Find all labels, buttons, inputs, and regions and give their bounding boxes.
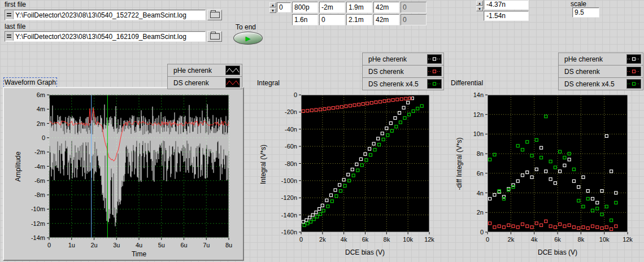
svg-text:2m: 2m: [37, 120, 45, 127]
svg-text:10k: 10k: [599, 236, 610, 243]
increment-arrow-icon[interactable]: [269, 2, 276, 7]
first-file-browse-button[interactable]: [207, 10, 222, 20]
svg-text:0: 0: [486, 236, 489, 243]
svg-text:-160n: -160n: [281, 229, 297, 235]
svg-text:-120n: -120n: [281, 194, 297, 201]
table-cell[interactable]: -2m: [319, 2, 345, 13]
svg-text:8k: 8k: [384, 236, 390, 243]
differential-graph-plot[interactable]: 02k4k6k8k10k12k14n12n10n8n6n4n2n0: [449, 90, 644, 254]
readout-value-1: -4.37n: [484, 0, 529, 10]
svg-text:10k: 10k: [403, 236, 413, 243]
table-cell[interactable]: 0: [401, 2, 427, 13]
svg-text:-4m: -4m: [34, 163, 45, 170]
svg-text:2k: 2k: [508, 236, 515, 243]
increment-arrow-icon[interactable]: [476, 1, 483, 6]
svg-text:0: 0: [42, 134, 45, 141]
differential-graph-title: Differential: [451, 79, 483, 87]
path-type-icon: [6, 32, 14, 41]
svg-text:6m: 6m: [37, 91, 45, 98]
svg-text:8k: 8k: [578, 236, 585, 243]
svg-text:4u: 4u: [136, 242, 142, 248]
legend-label: DS cherenk: [168, 79, 225, 87]
parameter-table: 800p-2m1.9m42m01.6n02.1m42m0: [292, 2, 427, 25]
legend-item[interactable]: DS cherenk x4.5: [558, 77, 643, 90]
table-cell[interactable]: 0: [319, 14, 345, 25]
differential-y-axis-label: -diff Integral (V*s): [455, 124, 463, 203]
labview-front-panel: first file Y:\FoilDetector\2023\08\13\05…: [0, 0, 644, 262]
to-end-button[interactable]: [233, 32, 263, 45]
svg-text:-100n: -100n: [281, 177, 297, 184]
folder-icon: [210, 33, 220, 40]
svg-text:-60n: -60n: [285, 143, 297, 150]
svg-text:12k: 12k: [623, 236, 633, 243]
legend-item[interactable]: DS cherenk: [167, 76, 242, 89]
scale-input[interactable]: 9.5: [572, 7, 599, 18]
svg-text:4m: 4m: [37, 106, 45, 112]
legend-label: DS cherenk x4.5: [363, 80, 427, 88]
svg-text:4k: 4k: [531, 236, 538, 243]
legend-item[interactable]: DS cherenk x4.5: [362, 77, 444, 90]
legend-plot-sample-icon: [225, 78, 240, 88]
differential-legend: pHe cherenkDS cherenkDS cherenk x4.5: [558, 53, 643, 90]
last-file-browse-button[interactable]: [207, 31, 222, 42]
legend-label: DS cherenk: [559, 68, 626, 76]
waveform-graph-title[interactable]: Waveform Graph: [5, 78, 56, 86]
svg-text:0: 0: [480, 229, 484, 235]
table-cell[interactable]: 1.6n: [292, 14, 318, 25]
waveform-x-axis-label: Time: [111, 250, 167, 258]
decrement-arrow-icon[interactable]: [269, 8, 276, 13]
last-file-label: last file: [5, 23, 25, 30]
svg-text:2u: 2u: [90, 242, 97, 248]
legend-plot-sample-icon: [626, 79, 641, 89]
legend-label: pHe cherenk: [559, 55, 626, 63]
svg-text:-12m: -12m: [31, 220, 45, 227]
svg-text:6u: 6u: [180, 242, 187, 248]
svg-text:8u: 8u: [225, 242, 232, 248]
iteration-spinner: [269, 2, 276, 13]
svg-text:5u: 5u: [158, 242, 165, 248]
table-cell[interactable]: 2.1m: [346, 14, 372, 25]
svg-text:-8m: -8m: [34, 191, 45, 198]
waveform-y-axis-label: Amplitude: [14, 138, 22, 195]
readout-value-2: -1.54n: [484, 11, 529, 21]
waveform-graph-plot[interactable]: 01u2u3u4u5u6u7u8u6m4m2m0-2m-4m-6m-8m-10m…: [4, 88, 243, 260]
svg-text:-80n: -80n: [285, 160, 297, 167]
last-file-path-value: Y:\FoilDetector\2023\08\13\0540_162109_B…: [15, 33, 186, 41]
svg-text:-14m: -14m: [31, 234, 45, 241]
legend-label: DS cherenk x4.5: [559, 80, 626, 88]
first-file-path-value: Y:\FoilDetector\2023\08\13\0540_152722_B…: [15, 11, 186, 19]
first-file-label: first file: [5, 1, 26, 8]
table-cell[interactable]: 0: [401, 14, 427, 25]
last-file-path-input[interactable]: Y:\FoilDetector\2023\08\13\0540_162109_B…: [5, 31, 206, 42]
table-cell[interactable]: 42m: [373, 14, 399, 25]
legend-item[interactable]: DS cherenk: [558, 65, 643, 78]
integral-y-axis-label: Integral (V*s): [259, 130, 267, 198]
legend-item[interactable]: DS cherenk: [362, 65, 444, 78]
legend-item[interactable]: pHe cherenk: [167, 64, 242, 77]
legend-plot-sample-icon: [427, 54, 442, 64]
legend-item[interactable]: pHe cherenk: [362, 53, 444, 66]
integral-legend: pHe cherenkDS cherenkDS cherenk x4.5: [362, 53, 444, 90]
integral-graph-plot[interactable]: 02k4k6k8k10k12k0-20n-40n-60n-80n-100n-12…: [254, 90, 446, 254]
legend-label: pHe cherenk: [363, 55, 427, 63]
waveform-graph-panel: 01u2u3u4u5u6u7u8u6m4m2m0-2m-4m-6m-8m-10m…: [3, 87, 244, 261]
decrement-arrow-icon[interactable]: [476, 6, 483, 11]
svg-text:7u: 7u: [203, 242, 210, 248]
table-cell[interactable]: 42m: [373, 2, 399, 13]
table-cell[interactable]: 1.9m: [346, 2, 372, 13]
to-end-label: To end: [236, 23, 256, 31]
svg-text:-10m: -10m: [31, 206, 45, 212]
legend-plot-sample-icon: [427, 67, 442, 76]
legend-plot-sample-icon: [225, 66, 240, 75]
folder-icon: [210, 12, 220, 18]
svg-text:12n: 12n: [473, 111, 484, 118]
svg-text:14n: 14n: [473, 91, 484, 98]
first-file-path-input[interactable]: Y:\FoilDetector\2023\08\13\0540_152722_B…: [5, 10, 206, 20]
svg-text:6k: 6k: [554, 236, 561, 243]
integral-x-axis-label: DCE bias (V): [331, 248, 399, 256]
path-type-icon: [6, 11, 14, 19]
legend-item[interactable]: pHe cherenk: [558, 53, 643, 66]
svg-text:-2m: -2m: [34, 149, 45, 155]
table-cell[interactable]: 800p: [292, 2, 318, 13]
iteration-value-input[interactable]: 0: [277, 2, 291, 12]
